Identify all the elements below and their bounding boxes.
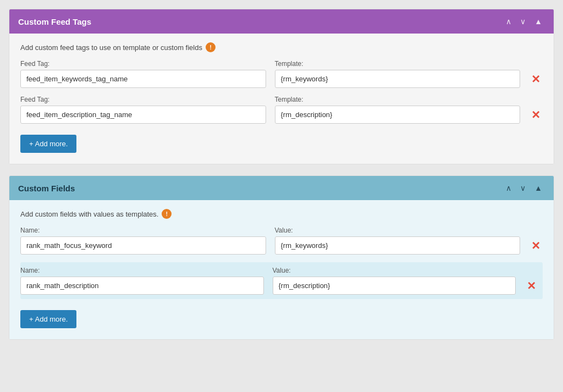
template-label-2: Template: [275, 96, 521, 103]
custom-feed-tags-description: Add custom feed tags to use on template … [20, 43, 202, 52]
custom-fields-down-button[interactable]: ∨ [517, 183, 528, 194]
remove-custom-field-1[interactable]: ✕ [529, 240, 543, 251]
template-input-2[interactable] [275, 106, 521, 124]
remove-feed-tag-1[interactable]: ✕ [529, 74, 543, 85]
name-input-2[interactable] [20, 277, 264, 295]
value-group-1: Value: [275, 227, 521, 255]
feed-tag-group-2: Feed Tag: [20, 96, 266, 124]
custom-fields-header: Custom Fields ∧ ∨ ▲ [9, 176, 554, 200]
template-input-1[interactable] [275, 70, 521, 88]
custom-feed-tags-description-row: Add custom feed tags to use on template … [20, 42, 543, 52]
template-label-1: Template: [275, 60, 521, 68]
custom-feed-tags-panel: Custom Feed Tags ∧ ∨ ▲ Add custom feed t… [9, 9, 554, 164]
value-input-1[interactable] [275, 236, 521, 255]
add-more-feed-tags-button[interactable]: + Add more. [20, 135, 76, 153]
custom-fields-up-button[interactable]: ∧ [503, 183, 514, 194]
template-group-2: Template: [275, 96, 521, 124]
custom-fields-controls: ∧ ∨ ▲ [503, 183, 545, 194]
template-group-1: Template: [275, 60, 521, 88]
value-label-2: Value: [273, 267, 516, 274]
custom-feed-tags-up-button[interactable]: ∧ [503, 16, 514, 27]
add-more-custom-fields-button[interactable]: + Add more. [20, 310, 76, 328]
value-group-2: Value: [273, 267, 516, 295]
feed-tag-label-2: Feed Tag: [20, 96, 266, 103]
custom-fields-description: Add custom fields with values as templat… [20, 210, 158, 218]
custom-fields-description-row: Add custom fields with values as templat… [20, 209, 543, 219]
remove-custom-field-2[interactable]: ✕ [525, 280, 538, 291]
name-label-2: Name: [20, 267, 264, 274]
custom-feed-tags-row-2: Feed Tag: Template: ✕ [20, 96, 543, 124]
custom-feed-tags-title: Custom Feed Tags [18, 17, 91, 26]
value-label-1: Value: [275, 227, 521, 234]
custom-fields-panel: Custom Fields ∧ ∨ ▲ Add custom fields wi… [9, 175, 554, 340]
custom-feed-tags-row-1: Feed Tag: Template: ✕ [20, 60, 543, 88]
name-group-1: Name: [20, 227, 266, 255]
feed-tag-group-1: Feed Tag: [20, 60, 266, 88]
name-label-1: Name: [20, 227, 266, 234]
custom-fields-collapse-button[interactable]: ▲ [532, 183, 545, 194]
custom-fields-row-2: Name: Value: ✕ [20, 262, 543, 299]
custom-feed-tags-down-button[interactable]: ∨ [517, 16, 528, 27]
custom-feed-tags-controls: ∧ ∨ ▲ [503, 16, 545, 27]
custom-fields-info-icon: ! [162, 209, 172, 219]
custom-feed-tags-header: Custom Feed Tags ∧ ∨ ▲ [9, 9, 554, 34]
value-input-2[interactable] [273, 277, 516, 295]
remove-feed-tag-2[interactable]: ✕ [529, 109, 543, 120]
feed-tag-input-1[interactable] [20, 70, 266, 88]
name-group-2: Name: [20, 267, 264, 295]
custom-fields-body: Add custom fields with values as templat… [9, 200, 554, 339]
name-input-1[interactable] [20, 236, 266, 255]
custom-feed-tags-body: Add custom feed tags to use on template … [9, 34, 554, 164]
custom-fields-row-1: Name: Value: ✕ [20, 227, 543, 255]
feed-tag-input-2[interactable] [20, 106, 266, 124]
custom-feed-tags-info-icon: ! [206, 42, 216, 52]
custom-feed-tags-collapse-button[interactable]: ▲ [532, 16, 545, 27]
custom-fields-title: Custom Fields [18, 184, 75, 193]
feed-tag-label-1: Feed Tag: [20, 60, 266, 68]
